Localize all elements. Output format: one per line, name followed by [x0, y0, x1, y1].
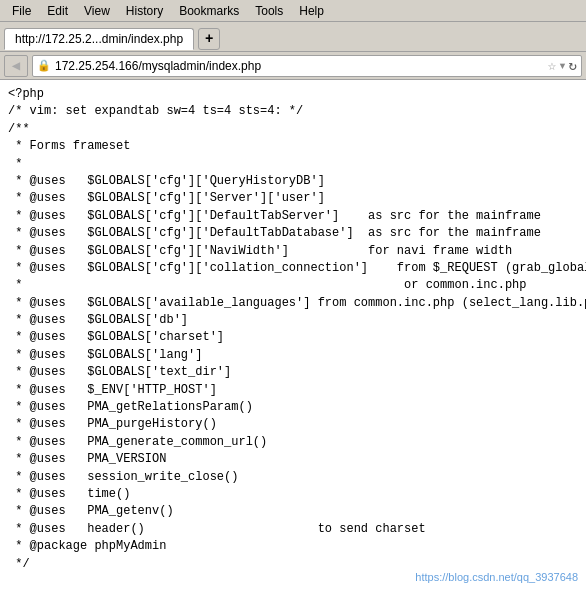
code-line: * @uses $GLOBALS['cfg']['Server']['user'… — [8, 190, 578, 207]
menu-bookmarks[interactable]: Bookmarks — [171, 2, 247, 20]
addressbar: ◀ 🔒 172.25.254.166/mysqladmin/index.php … — [0, 52, 586, 80]
code-line: * @uses time() — [8, 486, 578, 503]
code-line: * @uses PMA_purgeHistory() — [8, 416, 578, 433]
tab-main[interactable]: http://172.25.2...dmin/index.php — [4, 28, 194, 50]
dropdown-chevron-icon[interactable]: ▾ — [558, 57, 566, 74]
back-button[interactable]: ◀ — [4, 55, 28, 77]
code-line: * @uses $GLOBALS['cfg']['QueryHistoryDB'… — [8, 173, 578, 190]
code-content: <?php/* vim: set expandtab sw=4 ts=4 sts… — [0, 80, 586, 592]
menu-history[interactable]: History — [118, 2, 171, 20]
watermark: https://blog.csdn.net/qq_3937648 — [415, 570, 578, 586]
url-bar[interactable]: 🔒 172.25.254.166/mysqladmin/index.php ☆ … — [32, 55, 582, 77]
bookmark-star-icon[interactable]: ☆ — [548, 57, 556, 74]
menu-help[interactable]: Help — [291, 2, 332, 20]
code-line: * @uses $GLOBALS['charset'] — [8, 329, 578, 346]
menubar: File Edit View History Bookmarks Tools H… — [0, 0, 586, 22]
code-line: <?php — [8, 86, 578, 103]
menu-edit[interactable]: Edit — [39, 2, 76, 20]
menu-tools[interactable]: Tools — [247, 2, 291, 20]
code-line: * @package phpMyAdmin — [8, 538, 578, 555]
code-line: * @uses $GLOBALS['available_languages'] … — [8, 295, 578, 312]
url-text: 172.25.254.166/mysqladmin/index.php — [55, 59, 546, 73]
menu-view[interactable]: View — [76, 2, 118, 20]
code-line: * @uses $GLOBALS['cfg']['DefaultTabServe… — [8, 208, 578, 225]
code-line: * @uses PMA_getRelationsParam() — [8, 399, 578, 416]
code-line: * @uses PMA_getenv() — [8, 503, 578, 520]
code-line: /** — [8, 121, 578, 138]
code-line: * @uses $_ENV['HTTP_HOST'] — [8, 382, 578, 399]
new-tab-button[interactable]: + — [198, 28, 220, 50]
code-line: * or common.inc.php — [8, 277, 578, 294]
menu-file[interactable]: File — [4, 2, 39, 20]
code-line: * @uses PMA_generate_common_url() — [8, 434, 578, 451]
code-line: * @uses $GLOBALS['text_dir'] — [8, 364, 578, 381]
code-line: * @uses $GLOBALS['lang'] — [8, 347, 578, 364]
code-line: * @uses session_write_close() — [8, 469, 578, 486]
tab-label: http://172.25.2...dmin/index.php — [15, 32, 183, 46]
code-line: * @uses $GLOBALS['cfg']['NaviWidth'] for… — [8, 243, 578, 260]
code-line: /* vim: set expandtab sw=4 ts=4 sts=4: *… — [8, 103, 578, 120]
code-line: * @uses PMA_VERSION — [8, 451, 578, 468]
code-line: * @uses $GLOBALS['db'] — [8, 312, 578, 329]
code-line: * @uses $GLOBALS['cfg']['DefaultTabDatab… — [8, 225, 578, 242]
code-line: * Forms frameset — [8, 138, 578, 155]
code-line: * @uses header() to send charset — [8, 521, 578, 538]
lock-icon: 🔒 — [37, 59, 51, 72]
code-line: * @uses $GLOBALS['cfg']['collation_conne… — [8, 260, 578, 277]
refresh-icon[interactable]: ↻ — [569, 57, 577, 74]
code-line: * — [8, 156, 578, 173]
tabbar: http://172.25.2...dmin/index.php + — [0, 22, 586, 52]
